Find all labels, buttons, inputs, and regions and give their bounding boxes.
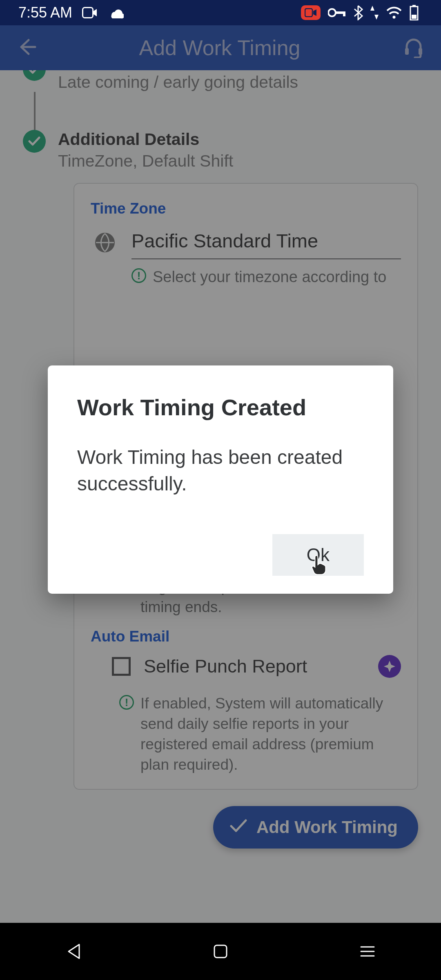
system-nav-bar: [0, 923, 441, 980]
dialog-body: Work Timing has been created successfull…: [77, 444, 364, 497]
svg-rect-0: [83, 8, 93, 18]
data-icon: [370, 6, 379, 20]
wifi-icon: [386, 6, 402, 19]
work-timing-created-dialog: Work Timing Created Work Timing has been…: [48, 365, 393, 594]
cursor-icon: [311, 555, 329, 581]
svg-rect-10: [412, 15, 416, 19]
nav-recents-button[interactable]: [335, 945, 400, 958]
svg-marker-6: [374, 15, 379, 20]
status-bar: 7:55 AM: [0, 0, 441, 25]
svg-point-7: [393, 16, 396, 19]
svg-rect-4: [343, 11, 345, 16]
svg-point-2: [328, 9, 336, 16]
dialog-ok-button[interactable]: Ok: [272, 534, 364, 576]
nav-back-button[interactable]: [41, 943, 106, 960]
svg-rect-17: [214, 945, 227, 958]
battery-icon: [410, 5, 419, 20]
video-icon: [82, 7, 98, 18]
bluetooth-icon: [353, 5, 363, 20]
status-right: [301, 5, 419, 20]
svg-rect-1: [305, 9, 312, 17]
weather-icon: [107, 6, 124, 19]
vpn-key-icon: [328, 8, 346, 18]
nav-home-button[interactable]: [188, 944, 253, 959]
svg-marker-5: [370, 6, 374, 11]
status-time: 7:55 AM: [18, 4, 72, 21]
status-left: 7:55 AM: [18, 4, 124, 21]
dialog-title: Work Timing Created: [77, 394, 364, 421]
recording-icon: [301, 5, 321, 20]
